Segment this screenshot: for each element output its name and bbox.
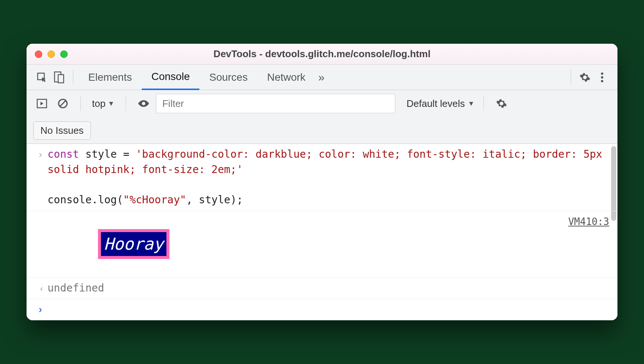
tab-sources[interactable]: Sources — [199, 65, 257, 90]
log-levels-selector[interactable]: Default levels ▼ — [407, 98, 475, 109]
context-label: top — [92, 98, 105, 109]
svg-point-4 — [601, 80, 603, 82]
divider — [73, 70, 73, 85]
console-output: const style = 'background-color: darkblu… — [27, 144, 617, 320]
svg-point-2 — [601, 73, 603, 75]
tab-network[interactable]: Network — [257, 65, 315, 90]
divider — [571, 70, 571, 85]
device-toolbar-icon[interactable] — [50, 69, 68, 86]
console-message: Hooray — [47, 214, 611, 274]
svg-rect-1 — [58, 74, 64, 83]
gutter — [33, 214, 47, 274]
input-chevron-icon — [33, 147, 47, 207]
svg-point-8 — [142, 102, 145, 105]
console-sidebar-toggle-icon[interactable] — [33, 95, 50, 112]
divider — [80, 96, 81, 111]
more-menu-icon[interactable] — [594, 69, 611, 86]
levels-label: Default levels — [407, 98, 465, 109]
tab-console[interactable]: Console — [142, 65, 200, 90]
chevron-down-icon: ▼ — [108, 100, 114, 108]
settings-gear-icon[interactable] — [576, 69, 594, 86]
filter-input[interactable] — [156, 94, 395, 113]
console-return-row: undefined — [27, 278, 617, 299]
titlebar: DevTools - devtools.glitch.me/console/lo… — [27, 44, 617, 65]
divider — [126, 96, 126, 111]
execution-context-selector[interactable]: top ▼ — [90, 98, 117, 109]
source-link[interactable]: VM410:3 — [568, 215, 609, 229]
prompt-chevron-icon — [33, 302, 47, 317]
console-log-row: Hooray VM410:3 — [27, 211, 617, 278]
issues-button[interactable]: No Issues — [33, 121, 91, 140]
window-title: DevTools - devtools.glitch.me/console/lo… — [27, 48, 617, 60]
clear-console-icon[interactable] — [54, 95, 71, 112]
inspect-element-icon[interactable] — [33, 69, 50, 86]
live-expression-eye-icon[interactable] — [135, 95, 152, 112]
console-code[interactable]: const style = 'background-color: darkblu… — [47, 147, 611, 207]
tab-elements[interactable]: Elements — [79, 65, 142, 90]
console-input-row: const style = 'background-color: darkblu… — [27, 144, 617, 211]
svg-point-3 — [601, 76, 603, 78]
console-settings-gear-icon[interactable] — [493, 95, 510, 112]
more-tabs-icon[interactable]: » — [318, 71, 325, 84]
divider — [484, 96, 484, 111]
styled-log-output: Hooray — [98, 229, 169, 259]
chevron-down-icon: ▼ — [468, 100, 475, 108]
devtools-window: DevTools - devtools.glitch.me/console/lo… — [27, 44, 617, 320]
tab-bar: Elements Console Sources Network » — [27, 65, 617, 90]
console-toolbar: top ▼ Default levels ▼ No Issues — [27, 90, 617, 144]
return-value: undefined — [47, 281, 611, 296]
console-prompt-row[interactable] — [27, 299, 617, 320]
svg-line-7 — [60, 101, 66, 107]
console-prompt-input[interactable] — [47, 302, 611, 317]
output-chevron-icon — [33, 281, 47, 296]
